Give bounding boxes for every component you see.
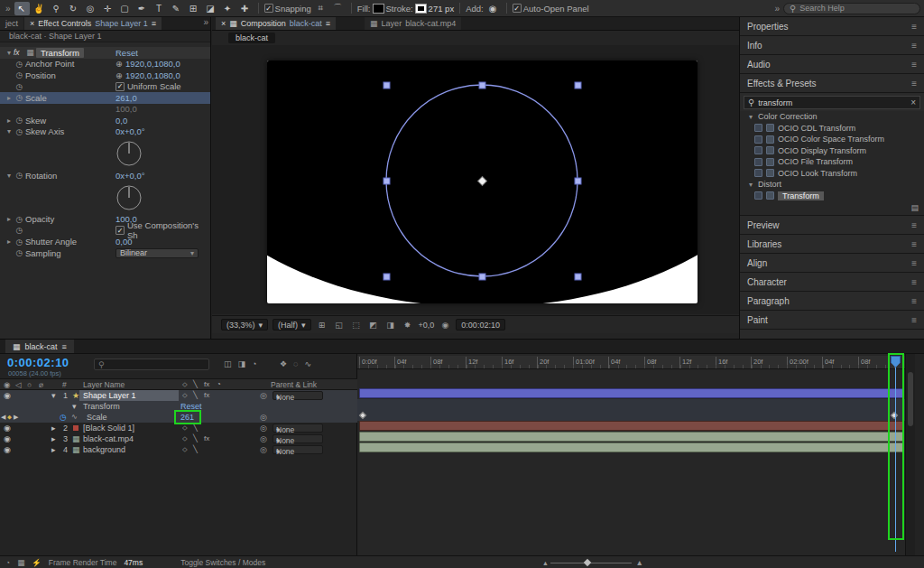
- effect-name[interactable]: OCIO CDL Transform: [778, 124, 855, 133]
- quality-switch-icon[interactable]: ╲: [193, 444, 198, 455]
- scrollbar-thumb[interactable]: [908, 372, 913, 426]
- stopwatch-icon[interactable]: ◷: [60, 412, 67, 423]
- fx-switch-icon[interactable]: fx: [204, 390, 209, 401]
- panel-menu-icon[interactable]: ≡: [911, 220, 917, 230]
- layer-name[interactable]: Shape Layer 1: [79, 390, 179, 401]
- composition-mini-flowchart-icon[interactable]: ◫: [224, 359, 232, 368]
- stopwatch-icon[interactable]: ◷: [14, 70, 25, 79]
- keyframe-at-time-icon[interactable]: ⬥: [7, 412, 12, 423]
- hide-shy-layers-icon[interactable]: ◔: [252, 359, 256, 368]
- collapse-switch-icon[interactable]: ⬦: [182, 433, 188, 444]
- layer-bar-shape-layer[interactable]: [359, 388, 903, 398]
- brush-tool[interactable]: ✎: [169, 2, 184, 15]
- puppet-pin-tool[interactable]: ✚: [237, 2, 253, 15]
- anchor-point-marker[interactable]: [478, 177, 487, 186]
- mask-visibility-icon[interactable]: ◱: [333, 321, 346, 330]
- tabs-overflow-icon[interactable]: »: [201, 17, 210, 30]
- preview-timecode[interactable]: 0:00:02:10: [456, 319, 505, 331]
- expander-icon[interactable]: ▸: [51, 433, 56, 444]
- fx-badge-icon[interactable]: fx: [14, 48, 24, 57]
- handle-mid-left[interactable]: [383, 178, 390, 184]
- panel-menu-icon[interactable]: ≡: [911, 239, 917, 249]
- panel-libraries[interactable]: Libraries ≡: [740, 235, 924, 254]
- effects-search-input[interactable]: [758, 98, 893, 107]
- transparency-grid-icon[interactable]: ◩: [367, 321, 380, 330]
- property-row-anchor-point[interactable]: ◷ Anchor Point ⊕1920,0,1080,0: [0, 59, 210, 70]
- tab-layer[interactable]: ▦ Layer black-cat.mp4: [365, 17, 461, 30]
- handle-bottom-right[interactable]: [575, 274, 581, 280]
- layer-name-column-header[interactable]: Layer Name: [83, 380, 125, 389]
- expander-icon[interactable]: ▾: [5, 127, 14, 135]
- quality-switch-icon[interactable]: ╲: [193, 390, 198, 401]
- handle-bottom-center[interactable]: [479, 274, 485, 280]
- pickwhip-icon[interactable]: ◎: [260, 444, 267, 455]
- magnification-dropdown[interactable]: (33,3%) ▾: [221, 319, 268, 331]
- zoom-tool[interactable]: ⚲: [49, 2, 64, 15]
- tab-project[interactable]: ject: [0, 17, 23, 30]
- stopwatch-icon[interactable]: ◷: [14, 171, 25, 180]
- stopwatch-icon[interactable]: ◷: [14, 127, 25, 136]
- effect-name[interactable]: OCIO Look Transform: [778, 169, 857, 178]
- property-value[interactable]: 261,0: [116, 93, 137, 103]
- skew-axis-dial[interactable]: [0, 137, 210, 170]
- panel-menu-icon[interactable]: ≡: [62, 342, 67, 351]
- timeline-scrollbar[interactable]: [905, 354, 915, 555]
- expander-icon[interactable]: ▾: [747, 113, 754, 121]
- snapshot-camera-icon[interactable]: ◉: [439, 321, 451, 330]
- parent-link-column-header[interactable]: Parent & Link: [271, 380, 317, 389]
- stroke-width-value[interactable]: 271 px: [429, 4, 455, 14]
- type-tool[interactable]: T: [152, 2, 167, 15]
- expander-icon[interactable]: ▸: [5, 237, 14, 246]
- timeline-zoom-slider[interactable]: ▴ ▲: [543, 558, 643, 567]
- toggle-switches-modes[interactable]: Toggle Switches / Modes: [180, 558, 265, 567]
- collapse-switch-icon[interactable]: ⬦: [182, 390, 188, 401]
- rotation-dial[interactable]: [0, 182, 210, 214]
- effects-options-icon[interactable]: ▤: [910, 203, 919, 212]
- panel-menu-icon[interactable]: ≡: [911, 315, 917, 325]
- expander-icon[interactable]: ▸: [51, 423, 56, 433]
- expander-icon[interactable]: ▸: [5, 116, 14, 125]
- zoom-out-icon[interactable]: ▴: [543, 558, 547, 567]
- handle-bottom-left[interactable]: [383, 274, 390, 280]
- expander-icon[interactable]: ▾: [72, 401, 77, 412]
- layer-bar-background[interactable]: [359, 442, 903, 452]
- eye-icon[interactable]: ◉: [4, 444, 11, 455]
- property-value[interactable]: 0,0: [116, 116, 127, 126]
- timeline-track-area[interactable]: 0:00f 04f 08f 12f 16f 20f 01:00f 04f 08f…: [357, 354, 915, 555]
- handle-mid-right[interactable]: [575, 178, 581, 184]
- help-search[interactable]: ⚲: [783, 3, 920, 14]
- hand-tool[interactable]: ✌: [32, 2, 47, 15]
- toolbar-right-overflow-icon[interactable]: »: [772, 4, 781, 14]
- eraser-tool[interactable]: ◪: [203, 2, 218, 15]
- resolution-dropdown[interactable]: (Half) ▾: [273, 319, 311, 331]
- stopwatch-icon[interactable]: ◷: [14, 226, 25, 235]
- draft-3d-icon[interactable]: ◨: [384, 321, 397, 330]
- clone-stamp-tool[interactable]: ⊞: [186, 2, 201, 15]
- zoom-slider-track[interactable]: [550, 563, 632, 563]
- property-value[interactable]: 1920,0,1080,0: [125, 70, 180, 80]
- panel-menu-icon[interactable]: ≡: [911, 60, 917, 70]
- grid-guides-icon[interactable]: ⊞: [316, 321, 328, 330]
- tab-timeline-black-cat[interactable]: ▦ black-cat ≡: [5, 340, 74, 353]
- help-search-input[interactable]: [799, 4, 906, 13]
- use-comp-shutter-checkbox[interactable]: ✓: [116, 226, 125, 235]
- pan-behind-tool[interactable]: ✛: [100, 2, 116, 15]
- stopwatch-icon[interactable]: ◷: [14, 116, 25, 125]
- property-row-rotation[interactable]: ▾ ◷ Rotation 0x+0,0°: [0, 170, 210, 182]
- zoom-in-icon[interactable]: ▲: [635, 558, 642, 567]
- expander-icon[interactable]: ▸: [5, 215, 14, 223]
- effects-search[interactable]: ⚲ ×: [744, 96, 920, 109]
- effect-item-selected[interactable]: Transform: [740, 191, 924, 202]
- uniform-scale-checkbox[interactable]: ✓: [116, 82, 125, 91]
- tab-composition[interactable]: × ▦ Composition black-cat ≡: [216, 17, 336, 30]
- layer-row-1[interactable]: ◉ ▾ 1 ★ Shape Layer 1 ⬦ ╲ fx ◎ None▾: [0, 390, 357, 401]
- effect-item[interactable]: OCIO Display Transform: [740, 145, 924, 157]
- effect-name[interactable]: Transform: [778, 191, 824, 200]
- panel-menu-icon[interactable]: ≡: [911, 22, 917, 32]
- panel-paragraph[interactable]: Paragraph ≡: [740, 292, 924, 311]
- snap-option-b-icon[interactable]: ⌒: [330, 2, 346, 15]
- layer-bar-black-cat-mp4[interactable]: [359, 432, 903, 442]
- pickwhip-icon[interactable]: ◎: [260, 433, 267, 444]
- fill-swatch[interactable]: [373, 4, 384, 14]
- time-ruler[interactable]: 0:00f 04f 08f 12f 16f 20f 01:00f 04f 08f…: [357, 356, 905, 369]
